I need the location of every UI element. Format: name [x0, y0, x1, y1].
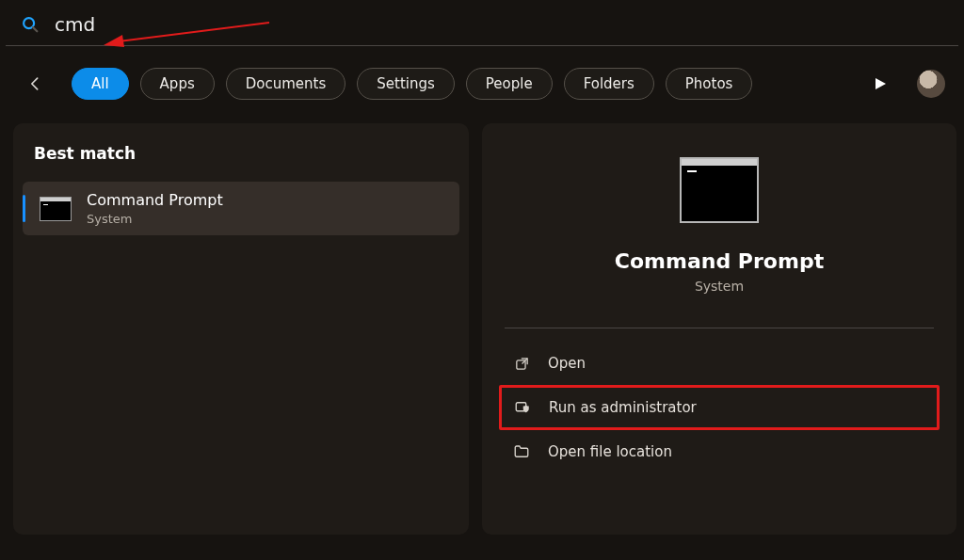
- action-list: Open Run as administrator Open file: [482, 342, 956, 473]
- content-area: Best match Command Prompt System Command…: [0, 123, 964, 542]
- action-run-as-administrator[interactable]: Run as administrator: [499, 385, 940, 430]
- details-pane: Command Prompt System Open: [482, 123, 956, 535]
- admin-shield-icon: [513, 398, 532, 417]
- search-input[interactable]: [55, 13, 947, 36]
- svg-marker-4: [876, 78, 886, 89]
- search-icon: [19, 13, 41, 36]
- search-bar: [0, 0, 964, 45]
- user-avatar[interactable]: [917, 70, 945, 98]
- folder-icon: [512, 442, 531, 461]
- action-open[interactable]: Open: [499, 342, 940, 385]
- detail-header: Command Prompt System: [482, 157, 956, 294]
- open-external-icon: [512, 354, 531, 373]
- svg-line-1: [33, 27, 37, 31]
- filter-row: All Apps Documents Settings People Folde…: [0, 46, 964, 123]
- action-label: Open file location: [548, 443, 672, 460]
- action-label: Open: [548, 355, 586, 372]
- detail-subtitle: System: [695, 279, 744, 294]
- filter-all[interactable]: All: [72, 68, 129, 100]
- filter-settings[interactable]: Settings: [357, 68, 455, 100]
- action-label: Run as administrator: [549, 399, 697, 416]
- detail-title: Command Prompt: [615, 249, 824, 273]
- command-prompt-icon: [40, 197, 72, 221]
- back-button[interactable]: [19, 67, 53, 101]
- best-match-label: Best match: [13, 144, 469, 182]
- result-item-command-prompt[interactable]: Command Prompt System: [23, 182, 459, 235]
- filter-photos[interactable]: Photos: [666, 68, 753, 100]
- detail-divider: [505, 328, 934, 328]
- result-text-group: Command Prompt System: [87, 191, 223, 226]
- filter-apps[interactable]: Apps: [140, 68, 215, 100]
- filter-documents[interactable]: Documents: [226, 68, 346, 100]
- result-subtitle: System: [87, 212, 223, 226]
- result-title: Command Prompt: [87, 191, 223, 209]
- filter-folders[interactable]: Folders: [564, 68, 654, 100]
- header-right-tools: [870, 70, 945, 98]
- preview-play-button[interactable]: [870, 73, 891, 94]
- detail-app-icon: [680, 157, 759, 223]
- results-pane: Best match Command Prompt System: [13, 123, 469, 535]
- action-open-file-location[interactable]: Open file location: [499, 430, 940, 473]
- filter-people[interactable]: People: [466, 68, 553, 100]
